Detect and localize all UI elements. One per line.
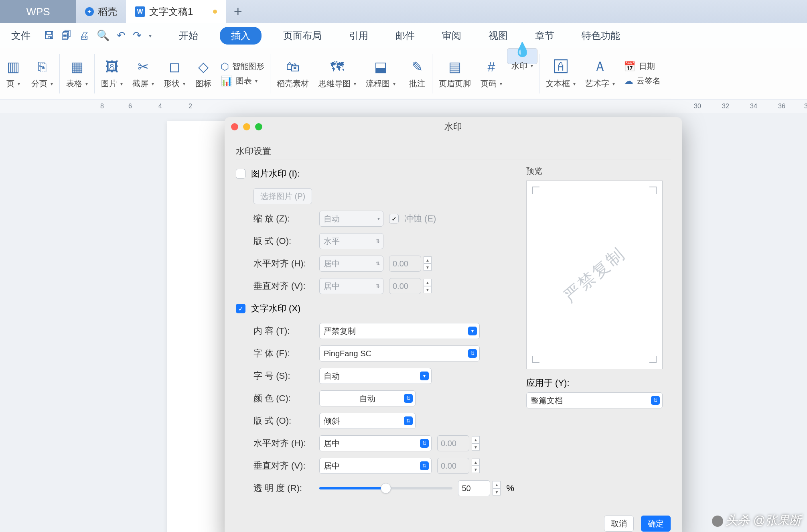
- h2-select[interactable]: 居中⇅: [319, 435, 432, 451]
- ruler-tick: 34: [750, 99, 757, 113]
- smartart-button[interactable]: ⬡智能图形: [221, 61, 264, 72]
- color-label: 颜 色 (C):: [253, 392, 314, 404]
- zoom-select[interactable]: 自动▾: [319, 211, 383, 227]
- chart-button[interactable]: 📊图表▾: [221, 75, 264, 87]
- tab-daoke[interactable]: ✦ 稻壳: [76, 0, 126, 23]
- comment-button[interactable]: ✎批注: [404, 48, 430, 99]
- dialog-titlebar[interactable]: 水印: [225, 117, 682, 136]
- cancel-button[interactable]: 取消: [604, 516, 634, 532]
- tab-view[interactable]: 视图: [483, 27, 513, 45]
- opacity-label: 透 明 度 (R):: [253, 482, 314, 494]
- image-watermark-checkbox[interactable]: [236, 169, 245, 179]
- mindmap-button[interactable]: 🗺思维导图: [314, 48, 361, 99]
- redo-icon[interactable]: ↷: [133, 29, 142, 42]
- text-watermark-checkbox[interactable]: ✓: [236, 304, 245, 313]
- ruler-tick: 6: [128, 99, 132, 113]
- content-label: 内 容 (T):: [253, 325, 314, 337]
- dialog-title: 水印: [444, 121, 462, 133]
- h2-label: 水平对齐 (H):: [253, 437, 314, 449]
- tab-sections[interactable]: 章节: [529, 27, 560, 45]
- minimize-icon[interactable]: [243, 123, 250, 130]
- file-menu[interactable]: 文件: [4, 29, 38, 42]
- quick-access-toolbar: 🖫 🗐 🖨 🔍 ↶ ↷ ▾: [38, 28, 157, 44]
- size-select[interactable]: 自动▾: [319, 368, 432, 384]
- erode-checkbox[interactable]: ✓: [389, 214, 399, 223]
- save-as-icon[interactable]: 🗐: [61, 29, 72, 42]
- ribbon-tabs: 开始 插入 页面布局 引用 邮件 审阅 视图 章节 特色功能: [157, 27, 626, 45]
- maximize-icon[interactable]: [255, 123, 262, 130]
- wordart-button[interactable]: Ａ艺术字: [580, 48, 620, 99]
- textbox-button[interactable]: 🄰文本框: [541, 48, 580, 99]
- opacity-unit: %: [506, 483, 514, 493]
- tab-start[interactable]: 开始: [173, 27, 204, 45]
- table-button[interactable]: ▦表格: [61, 48, 93, 99]
- print-icon[interactable]: 🖨: [79, 29, 89, 42]
- tab-label: 文字文稿1: [149, 5, 193, 18]
- tab-references[interactable]: 引用: [343, 27, 374, 45]
- h-align-label: 水平对齐 (H):: [253, 258, 314, 270]
- ruler-tick: 38: [804, 99, 807, 113]
- header-footer-button[interactable]: ▤页眉页脚: [434, 48, 476, 99]
- opacity-spinner[interactable]: ▲▼: [458, 480, 501, 496]
- font-select[interactable]: PingFang SC⇅: [319, 345, 480, 361]
- layout-select[interactable]: 水平⇅: [319, 233, 383, 249]
- preview-watermark-text: 严禁复制: [559, 242, 630, 307]
- tab-review[interactable]: 审阅: [436, 27, 467, 45]
- tab-features[interactable]: 特色功能: [576, 27, 626, 45]
- color-select[interactable]: 自动⇅: [319, 390, 416, 406]
- h-offset-spinner[interactable]: ▲▼: [389, 256, 432, 272]
- flowchart-button[interactable]: ⬓流程图: [361, 48, 400, 99]
- undo-icon[interactable]: ↶: [117, 29, 126, 42]
- layout-label: 版 式 (O):: [253, 235, 314, 247]
- font-label: 字 体 (F):: [253, 347, 314, 359]
- picture-button[interactable]: 🖼图片: [96, 48, 128, 99]
- date-button[interactable]: 📅日期: [624, 61, 661, 72]
- v2-offset-spinner[interactable]: ▲▼: [437, 458, 480, 474]
- preview-label: 预览: [526, 166, 671, 177]
- cloud-sign-button[interactable]: ☁云签名: [624, 75, 661, 87]
- v2-label: 垂直对齐 (V):: [253, 460, 314, 472]
- menubar: 文件 🖫 🗐 🖨 🔍 ↶ ↷ ▾ 开始 插入 页面布局 引用 邮件 审阅 视图 …: [0, 23, 807, 48]
- ok-button[interactable]: 确定: [641, 516, 671, 532]
- tab-document[interactable]: W 文字文稿1: [126, 0, 226, 23]
- v-align-select[interactable]: 居中⇅: [319, 278, 383, 294]
- screenshot-button[interactable]: ✂截屏: [128, 48, 159, 99]
- select-image-button[interactable]: 选择图片 (P): [253, 188, 312, 204]
- page-number-button[interactable]: #页码: [476, 48, 507, 99]
- wps-badge[interactable]: WPS: [0, 0, 76, 23]
- save-icon[interactable]: 🖫: [44, 29, 54, 42]
- close-icon[interactable]: [231, 123, 238, 130]
- apply-select[interactable]: 整篇文档⇅: [526, 392, 663, 408]
- apply-label: 应用于 (Y):: [526, 377, 570, 389]
- qat-dropdown-icon[interactable]: ▾: [149, 32, 152, 39]
- h2-offset-spinner[interactable]: ▲▼: [437, 435, 480, 451]
- cover-page-button[interactable]: ▥页: [0, 48, 26, 99]
- ruler-tick: 8: [100, 99, 104, 113]
- v2-select[interactable]: 居中⇅: [319, 458, 432, 474]
- icon-button[interactable]: ◇图标: [190, 48, 217, 99]
- h-align-select[interactable]: 居中⇅: [319, 256, 383, 272]
- tab-insert[interactable]: 插入: [220, 27, 262, 45]
- tab-label: 稻壳: [98, 5, 117, 18]
- ruler-tick: 32: [722, 99, 729, 113]
- shape-button[interactable]: ◻形状: [159, 48, 190, 99]
- page-break-button[interactable]: ⎘分页: [26, 48, 58, 99]
- tab-page-layout[interactable]: 页面布局: [278, 27, 327, 45]
- ruler-tick: 2: [189, 99, 192, 113]
- daoke-material-button[interactable]: 🛍稻壳素材: [272, 48, 314, 99]
- opacity-slider[interactable]: [319, 487, 452, 489]
- credit-watermark: 头杀 @张果断: [712, 512, 801, 529]
- v-offset-spinner[interactable]: ▲▼: [389, 278, 432, 294]
- layout2-label: 版 式 (O):: [253, 415, 314, 427]
- zoom-label: 缩 放 (Z):: [253, 213, 314, 225]
- tab-mail[interactable]: 邮件: [390, 27, 420, 45]
- watermark-button[interactable]: 💧水印: [507, 48, 537, 64]
- ribbon: ▥页 ⎘分页 ▦表格 🖼图片 ✂截屏 ◻形状 ◇图标 ⬡智能图形 📊图表▾ 🛍稻…: [0, 48, 807, 99]
- content-select[interactable]: 严禁复制▾: [319, 323, 480, 339]
- new-tab-button[interactable]: +: [226, 0, 250, 23]
- size-label: 字 号 (S):: [253, 370, 314, 382]
- layout2-select[interactable]: 倾斜⇅: [319, 413, 416, 429]
- print-preview-icon[interactable]: 🔍: [97, 29, 109, 42]
- ruler[interactable]: 8 6 4 2 30 32 34 36 38: [0, 99, 807, 113]
- daoke-icon: ✦: [85, 7, 94, 16]
